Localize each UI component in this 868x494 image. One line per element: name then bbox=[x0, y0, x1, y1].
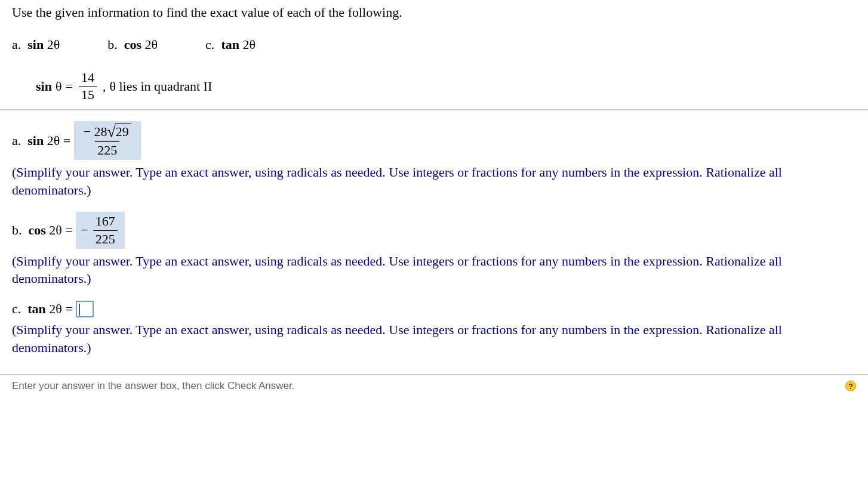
question-options: a. sin 2θ b. cos 2θ c. tan 2θ bbox=[12, 37, 856, 53]
answer-c-eq: = bbox=[65, 301, 72, 317]
question-section: Use the given information to find the ex… bbox=[0, 0, 868, 109]
answer-b: b. cos 2θ = − 167 225 (Simplify your ans… bbox=[12, 212, 856, 288]
answer-a-hint: (Simplify your answer. Type an exact ans… bbox=[12, 163, 856, 199]
answer-b-fn: cos bbox=[29, 223, 46, 238]
bottom-bar: Enter your answer in the answer box, the… bbox=[0, 374, 868, 397]
answer-a-arg: 2θ bbox=[47, 133, 60, 149]
sqrt-icon: √29 bbox=[107, 124, 131, 140]
option-c-fn: tan bbox=[221, 37, 239, 52]
answers-section: a. sin 2θ = − 28√29 225 (Simplify your a… bbox=[0, 110, 868, 374]
answer-a-eq: = bbox=[63, 133, 70, 149]
answer-c-label: c. bbox=[12, 301, 21, 317]
answer-b-line: b. cos 2θ = − 167 225 bbox=[12, 212, 856, 248]
option-b: b. cos 2θ bbox=[107, 37, 158, 53]
answer-a-fraction: − 28√29 225 bbox=[81, 124, 134, 158]
given-info: sin θ = 14 15 , θ lies in quadrant II bbox=[36, 70, 856, 102]
option-c-label: c. bbox=[205, 37, 214, 52]
given-eq: = bbox=[65, 79, 72, 94]
answer-a-numerator: − 28√29 bbox=[81, 124, 134, 141]
given-denominator: 15 bbox=[79, 86, 97, 102]
help-icon[interactable]: ? bbox=[845, 381, 856, 391]
answer-b-eq: = bbox=[65, 223, 72, 238]
given-var: θ bbox=[56, 79, 62, 94]
answer-b-hint: (Simplify your answer. Type an exact ans… bbox=[12, 252, 856, 288]
answer-b-denominator: 225 bbox=[93, 230, 118, 246]
option-a-label: a. bbox=[12, 37, 21, 52]
given-fn: sin bbox=[36, 79, 52, 94]
answer-a-num-pre: − 28 bbox=[84, 124, 107, 139]
option-a-arg: 2θ bbox=[47, 37, 60, 52]
answer-c-hint: (Simplify your answer. Type an exact ans… bbox=[12, 321, 856, 356]
answer-a-label: a. bbox=[12, 133, 21, 149]
answer-c-arg: 2θ bbox=[49, 301, 62, 317]
option-b-arg: 2θ bbox=[145, 37, 158, 52]
answer-a-value[interactable]: − 28√29 225 bbox=[74, 121, 141, 160]
answer-b-value[interactable]: − 167 225 bbox=[76, 212, 124, 248]
answer-a-fn: sin bbox=[27, 133, 44, 149]
option-c-arg: 2θ bbox=[242, 37, 256, 52]
bottom-instruction: Enter your answer in the answer box, the… bbox=[12, 380, 294, 392]
option-b-label: b. bbox=[107, 37, 118, 52]
answer-b-label: b. bbox=[12, 223, 22, 238]
answer-b-sign: − bbox=[81, 223, 88, 238]
given-numerator: 14 bbox=[79, 70, 97, 86]
option-a: a. sin 2θ bbox=[12, 37, 60, 53]
answer-a-line: a. sin 2θ = − 28√29 225 bbox=[12, 121, 856, 160]
answer-c-input[interactable] bbox=[76, 301, 94, 317]
answer-c: c. tan 2θ = (Simplify your answer. Type … bbox=[12, 301, 856, 356]
question-prompt: Use the given information to find the ex… bbox=[12, 5, 856, 20]
answer-a: a. sin 2θ = − 28√29 225 (Simplify your a… bbox=[12, 121, 856, 199]
given-comma: , bbox=[103, 79, 106, 94]
given-note: θ lies in quadrant II bbox=[109, 79, 212, 94]
option-b-fn: cos bbox=[124, 37, 141, 52]
answer-c-line: c. tan 2θ = bbox=[12, 301, 856, 317]
option-c: c. tan 2θ bbox=[205, 37, 256, 53]
answer-c-fn: tan bbox=[27, 301, 46, 317]
answer-a-sqrt-arg: 29 bbox=[115, 124, 131, 140]
answer-b-numerator: 167 bbox=[93, 214, 118, 230]
option-a-fn: sin bbox=[27, 37, 44, 52]
answer-b-arg: 2θ bbox=[49, 223, 62, 238]
answer-a-denominator: 225 bbox=[95, 141, 119, 158]
answer-b-fraction: 167 225 bbox=[93, 214, 118, 246]
given-fraction: 14 15 bbox=[79, 70, 97, 102]
